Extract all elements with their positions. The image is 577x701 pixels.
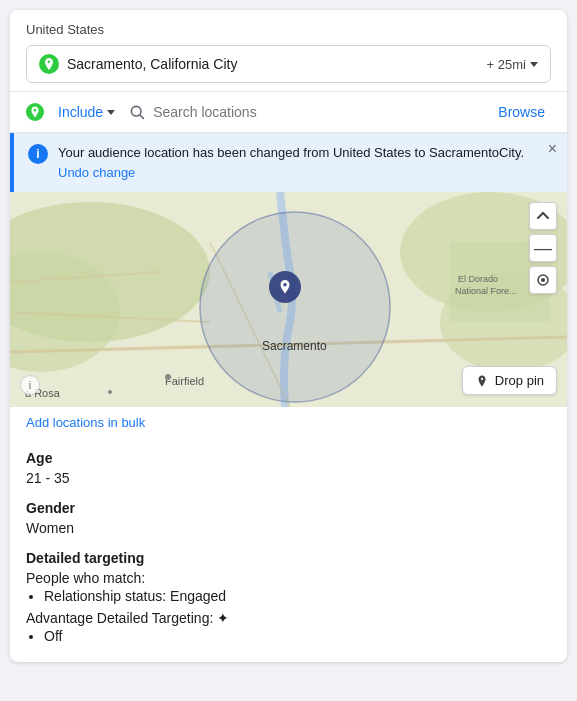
pin-icon bbox=[475, 374, 489, 388]
advantage-label: Advantage Detailed Targeting: bbox=[26, 610, 213, 626]
age-group: Age 21 - 35 bbox=[26, 450, 551, 486]
detailed-targeting-group: Detailed targeting People who match: Rel… bbox=[26, 550, 551, 644]
svg-text:El Dorado: El Dorado bbox=[458, 274, 498, 284]
advantage-row: Advantage Detailed Targeting: ✦ bbox=[26, 610, 551, 626]
map-controls: — bbox=[529, 202, 557, 294]
svg-point-14 bbox=[200, 212, 390, 402]
advantage-list: Off bbox=[26, 628, 551, 644]
age-label: Age bbox=[26, 450, 551, 466]
search-icon bbox=[129, 104, 145, 120]
undo-link[interactable]: Undo change bbox=[58, 165, 135, 180]
include-button[interactable]: Include bbox=[52, 100, 121, 124]
detailed-targeting-label: Detailed targeting bbox=[26, 550, 551, 566]
svg-text:National Fore...: National Fore... bbox=[455, 286, 517, 296]
include-label: Include bbox=[58, 104, 103, 120]
drop-pin-button[interactable]: Drop pin bbox=[462, 366, 557, 395]
search-bar: Include Browse bbox=[10, 92, 567, 133]
compass-icon bbox=[536, 273, 550, 287]
map-zoom-in-button[interactable] bbox=[529, 202, 557, 230]
info-icon: i bbox=[28, 144, 48, 164]
map-container: Sacramento a Rosa Fairfield El Dorado Na… bbox=[10, 192, 567, 407]
list-item: Off bbox=[44, 628, 551, 644]
map-zoom-minus-button[interactable]: — bbox=[529, 234, 557, 262]
svg-point-24 bbox=[541, 278, 545, 282]
include-pin-icon bbox=[26, 103, 44, 121]
advantage-sparkle-icon: ✦ bbox=[217, 610, 229, 626]
map-info-button[interactable]: i bbox=[20, 375, 40, 395]
targeting-section: Age 21 - 35 Gender Women Detailed target… bbox=[10, 438, 567, 662]
svg-text:Sacramento: Sacramento bbox=[262, 339, 327, 353]
chevron-up-icon bbox=[536, 209, 550, 223]
country-label: United States bbox=[26, 22, 551, 37]
location-tag-text: Sacramento, California City bbox=[67, 56, 479, 72]
include-chevron-icon bbox=[107, 110, 115, 115]
notification-text: Your audience location has been changed … bbox=[58, 143, 553, 182]
map-compass-button[interactable] bbox=[529, 266, 557, 294]
svg-point-22 bbox=[108, 390, 112, 394]
notification-close-button[interactable]: × bbox=[548, 141, 557, 157]
gender-group: Gender Women bbox=[26, 500, 551, 536]
notification-before-text: Your audience location has been changed … bbox=[58, 145, 524, 160]
radius-badge: + 25mi bbox=[487, 57, 538, 72]
green-pin-icon bbox=[39, 54, 59, 74]
people-who-match: People who match: bbox=[26, 570, 551, 586]
browse-button[interactable]: Browse bbox=[492, 100, 551, 124]
svg-point-21 bbox=[165, 374, 171, 380]
location-section: United States Sacramento, California Cit… bbox=[10, 10, 567, 92]
list-item: Relationship status: Engaged bbox=[44, 588, 551, 604]
notification-bar: i Your audience location has been change… bbox=[10, 133, 567, 192]
gender-value: Women bbox=[26, 520, 551, 536]
match-list: Relationship status: Engaged bbox=[26, 588, 551, 604]
search-input[interactable] bbox=[153, 104, 484, 120]
chevron-down-icon[interactable] bbox=[530, 62, 538, 67]
location-tag: Sacramento, California City + 25mi bbox=[26, 45, 551, 83]
main-card: United States Sacramento, California Cit… bbox=[10, 10, 567, 662]
search-icon-wrap bbox=[129, 104, 145, 120]
add-locations-section: Add locations in bulk bbox=[10, 407, 567, 438]
minus-icon: — bbox=[534, 239, 552, 257]
add-locations-link[interactable]: Add locations in bulk bbox=[26, 415, 145, 430]
svg-line-3 bbox=[140, 115, 144, 119]
drop-pin-label: Drop pin bbox=[495, 373, 544, 388]
gender-label: Gender bbox=[26, 500, 551, 516]
age-value: 21 - 35 bbox=[26, 470, 551, 486]
